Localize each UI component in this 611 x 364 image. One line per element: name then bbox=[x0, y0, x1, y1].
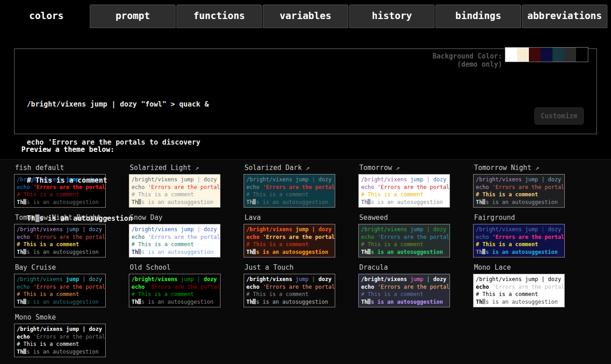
theme-preview-box: /bright/vixens jump | dozy " echo 'Error… bbox=[244, 224, 335, 257]
tab-colors[interactable]: colors bbox=[4, 5, 89, 28]
theme-line-comment: # This is a comment bbox=[17, 291, 103, 298]
background-color-swatches bbox=[505, 47, 588, 62]
theme-line-command: /bright/vixens jump | dozy " bbox=[17, 276, 103, 283]
theme-preview-box: /bright/vixens jump | dozy " echo 'Error… bbox=[473, 174, 565, 208]
theme-title: Tomorrow Night↗ bbox=[474, 164, 565, 172]
theme-title: Mono Lace bbox=[474, 263, 565, 272]
bg-swatch-cream[interactable] bbox=[517, 48, 529, 62]
external-link-icon[interactable]: ↗ bbox=[305, 164, 309, 172]
theme-card-bay-cruise[interactable]: Bay Cruise /bright/vixens jump | dozy " … bbox=[14, 263, 106, 307]
theme-line-comment: # This is a comment bbox=[361, 191, 447, 199]
external-link-icon[interactable]: ↗ bbox=[396, 164, 400, 172]
theme-card-tomorrow[interactable]: Tomorrow↗ /bright/vixens jump | dozy " e… bbox=[358, 164, 450, 208]
theme-preview-box: /bright/vixens jump | dozy " echo 'Error… bbox=[14, 324, 106, 357]
bg-swatch-navy[interactable] bbox=[541, 48, 552, 62]
theme-card-tomorrow-night[interactable]: Tomorrow Night↗ /bright/vixens jump | do… bbox=[473, 164, 565, 208]
theme-line-string: echo 'Errors are the portals bbox=[476, 233, 562, 241]
tab-variables[interactable]: variables bbox=[263, 5, 348, 28]
theme-title: Seaweed bbox=[359, 214, 450, 222]
preview-line-autosuggestion: Ths is an autosuggestion bbox=[27, 212, 209, 225]
external-link-icon[interactable]: ↗ bbox=[535, 164, 539, 172]
theme-preview-box: /bright/vixens jump | dozy " echo 'Error… bbox=[14, 274, 106, 307]
bg-swatch-teal[interactable] bbox=[552, 48, 564, 62]
theme-line-string: echo 'Errors are the portals bbox=[361, 233, 447, 241]
theme-card-just-a-touch[interactable]: Just a Touch /bright/vixens jump | dozy … bbox=[244, 263, 335, 307]
background-color-label-line2: (demo only) bbox=[432, 60, 502, 68]
theme-line-autosuggestion: Ths is an autosuggestion bbox=[17, 348, 103, 356]
bg-swatch-white[interactable] bbox=[505, 48, 517, 62]
customize-button[interactable]: Customize bbox=[534, 107, 584, 125]
theme-line-command: /bright/vixens jump | dozy " bbox=[476, 226, 562, 233]
theme-line-command: /bright/vixens jump | dozy " bbox=[361, 176, 447, 184]
theme-title: Solarized Dark↗ bbox=[244, 164, 335, 172]
block-cursor bbox=[35, 214, 39, 222]
theme-line-string: echo 'Errors are the portals bbox=[17, 333, 103, 341]
theme-card-mono-lace[interactable]: Mono Lace /bright/vixens jump | dozy " e… bbox=[473, 263, 565, 307]
theme-line-comment: # This is a comment bbox=[476, 241, 562, 248]
theme-line-comment: # This is a comment bbox=[246, 241, 332, 248]
theme-line-autosuggestion: Ths is an autosuggestion bbox=[476, 248, 562, 256]
theme-line-command: /bright/vixens jump | dozy " bbox=[132, 276, 218, 283]
theme-line-command: /bright/vixens jump | dozy " bbox=[476, 276, 562, 283]
theme-line-string: echo 'Errors are the portals bbox=[17, 283, 103, 291]
theme-line-autosuggestion: Ths is an autosuggestion bbox=[361, 199, 447, 206]
theme-title: Bay Cruise bbox=[15, 263, 106, 272]
theme-line-command: /bright/vixens jump | dozy " bbox=[361, 226, 447, 233]
theme-title: Just a Touch bbox=[244, 263, 335, 272]
tab-bindings[interactable]: bindings bbox=[435, 5, 521, 28]
theme-line-command: /bright/vixens jump | dozy " bbox=[246, 176, 332, 184]
theme-line-string: echo 'Errors are the portals bbox=[246, 283, 332, 291]
theme-title: Dracula bbox=[359, 263, 450, 272]
theme-card-old-school[interactable]: Old School /bright/vixens jump | dozy " … bbox=[129, 263, 220, 307]
theme-line-command: /bright/vixens jump | dozy " bbox=[246, 226, 332, 233]
theme-preview-box: /bright/vixens jump | dozy " echo 'Error… bbox=[244, 274, 335, 307]
theme-card-lava[interactable]: Lava /bright/vixens jump | dozy " echo '… bbox=[244, 214, 335, 257]
theme-line-autosuggestion: Ths is an autosuggestion bbox=[476, 199, 562, 206]
theme-title: Fairground bbox=[474, 214, 565, 222]
theme-line-comment: # This is a comment bbox=[476, 191, 562, 199]
theme-line-string: echo 'Errors are the portals bbox=[132, 283, 218, 291]
theme-line-autosuggestion: Ths is an autosuggestion bbox=[17, 298, 103, 306]
tab-history[interactable]: history bbox=[349, 5, 435, 28]
terminal-preview-panel: Background Color: (demo only) /bright/vi… bbox=[14, 49, 597, 134]
tab-bar: colors prompt functions variables histor… bbox=[0, 0, 611, 28]
theme-line-string: echo 'Errors are the portals bbox=[476, 283, 562, 291]
theme-line-comment: # This is a comment bbox=[476, 291, 562, 298]
preview-line-comment: # This is a comment bbox=[27, 174, 209, 187]
theme-preview-box: /bright/vixens jump | dozy " echo 'Error… bbox=[244, 174, 335, 208]
theme-line-string: echo 'Errors are the portals bbox=[476, 184, 562, 191]
bg-swatch-black[interactable] bbox=[576, 48, 588, 62]
preview-line-string: echo 'Errors are the portals to discover… bbox=[27, 136, 209, 149]
tab-functions[interactable]: functions bbox=[176, 5, 262, 28]
theme-card-seaweed[interactable]: Seaweed /bright/vixens jump | dozy " ech… bbox=[358, 214, 450, 257]
theme-line-comment: # This is a comment bbox=[361, 291, 447, 298]
tab-prompt[interactable]: prompt bbox=[90, 5, 175, 28]
theme-line-autosuggestion: Ths is an autosuggestion bbox=[476, 298, 562, 306]
background-color-label-line1: Background Color: bbox=[432, 52, 502, 60]
theme-line-autosuggestion: Ths is an autosuggestion bbox=[361, 248, 447, 256]
theme-preview-box: /bright/vixens jump | dozy " echo 'Error… bbox=[358, 174, 450, 208]
background-color-label: Background Color: (demo only) bbox=[432, 52, 502, 68]
preview-text: /bright/vixens jump | dozy "fowl" > quac… bbox=[27, 73, 209, 250]
theme-preview-box: /bright/vixens jump | dozy " echo 'Error… bbox=[358, 274, 450, 307]
theme-preview-box: /bright/vixens jump | dozy " echo 'Error… bbox=[358, 224, 450, 257]
theme-line-string: echo 'Errors are the portals bbox=[246, 184, 332, 191]
theme-line-comment: # This is a comment bbox=[17, 340, 103, 348]
bg-swatch-dark-red[interactable] bbox=[529, 48, 541, 62]
theme-line-autosuggestion: Ths is an autosuggestion bbox=[246, 298, 332, 306]
theme-preview-box: /bright/vixens jump | dozy " echo 'Error… bbox=[473, 224, 565, 257]
theme-title: Tomorrow↗ bbox=[359, 164, 450, 172]
theme-preview-box: /bright/vixens jump | dozy " echo 'Error… bbox=[129, 274, 220, 307]
theme-line-command: /bright/vixens jump | dozy " bbox=[246, 276, 332, 283]
theme-card-fairground[interactable]: Fairground /bright/vixens jump | dozy " … bbox=[473, 214, 565, 257]
theme-card-dracula[interactable]: Dracula /bright/vixens jump | dozy " ech… bbox=[358, 263, 450, 307]
theme-line-autosuggestion: Ths is an autosuggestion bbox=[361, 298, 447, 306]
theme-card-mono-smoke[interactable]: Mono Smoke /bright/vixens jump | dozy " … bbox=[14, 313, 106, 357]
theme-card-solarized-dark[interactable]: Solarized Dark↗ /bright/vixens jump | do… bbox=[244, 164, 335, 208]
tab-abbreviations[interactable]: abbreviations bbox=[522, 5, 607, 28]
bg-swatch-charcoal[interactable] bbox=[564, 48, 576, 62]
theme-line-comment: # This is a comment bbox=[246, 291, 332, 298]
theme-title: Old School bbox=[130, 263, 220, 272]
theme-line-comment: # This is a comment bbox=[246, 191, 332, 199]
theme-line-string: echo 'Errors are the portals bbox=[361, 283, 447, 291]
